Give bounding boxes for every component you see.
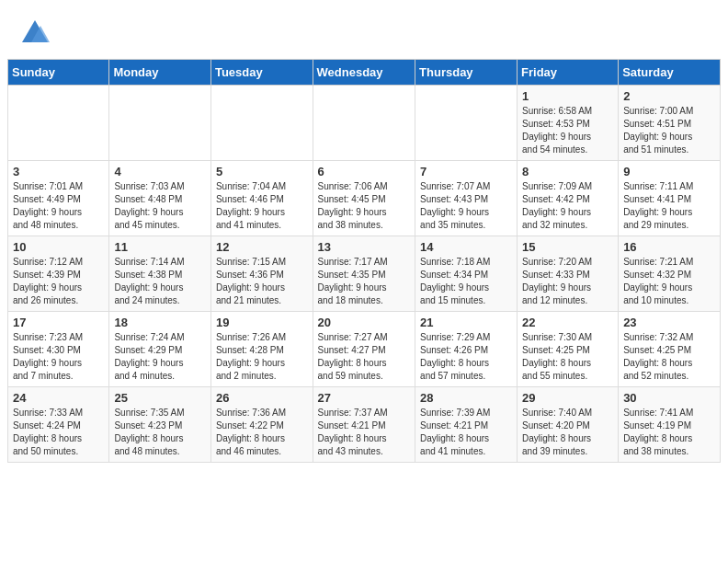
calendar-wrapper: SundayMondayTuesdayWednesdayThursdayFrid…	[0, 59, 728, 470]
calendar-cell: 28Sunrise: 7:39 AM Sunset: 4:21 PM Dayli…	[415, 387, 518, 463]
day-info: Sunrise: 7:15 AM Sunset: 4:36 PM Dayligh…	[216, 256, 308, 307]
calendar-body: 1Sunrise: 6:58 AM Sunset: 4:53 PM Daylig…	[8, 86, 721, 463]
day-number: 28	[420, 391, 512, 405]
calendar-cell: 27Sunrise: 7:37 AM Sunset: 4:21 PM Dayli…	[313, 387, 415, 463]
calendar-cell: 14Sunrise: 7:18 AM Sunset: 4:34 PM Dayli…	[415, 236, 518, 312]
day-number: 19	[216, 316, 308, 329]
week-row-3: 10Sunrise: 7:12 AM Sunset: 4:39 PM Dayli…	[8, 236, 721, 312]
week-row-1: 1Sunrise: 6:58 AM Sunset: 4:53 PM Daylig…	[8, 86, 721, 161]
day-info: Sunrise: 7:09 AM Sunset: 4:42 PM Dayligh…	[522, 180, 613, 232]
calendar-cell: 18Sunrise: 7:24 AM Sunset: 4:29 PM Dayli…	[109, 312, 211, 387]
day-number: 8	[522, 165, 613, 178]
day-info: Sunrise: 7:35 AM Sunset: 4:23 PM Dayligh…	[114, 407, 206, 458]
calendar-cell: 20Sunrise: 7:27 AM Sunset: 4:27 PM Dayli…	[313, 312, 415, 387]
calendar-cell	[210, 86, 313, 161]
week-row-4: 17Sunrise: 7:23 AM Sunset: 4:30 PM Dayli…	[8, 312, 721, 387]
calendar-cell: 19Sunrise: 7:26 AM Sunset: 4:28 PM Dayli…	[210, 312, 313, 387]
calendar-cell: 9Sunrise: 7:11 AM Sunset: 4:41 PM Daylig…	[619, 161, 721, 236]
calendar-cell: 3Sunrise: 7:01 AM Sunset: 4:49 PM Daylig…	[8, 161, 109, 236]
calendar-cell: 11Sunrise: 7:14 AM Sunset: 4:38 PM Dayli…	[109, 236, 211, 312]
day-info: Sunrise: 7:30 AM Sunset: 4:25 PM Dayligh…	[522, 331, 613, 383]
day-number: 21	[420, 316, 512, 329]
day-number: 30	[623, 391, 715, 405]
calendar-table: SundayMondayTuesdayWednesdayThursdayFrid…	[7, 59, 721, 463]
day-info: Sunrise: 7:37 AM Sunset: 4:21 PM Dayligh…	[318, 407, 411, 458]
day-info: Sunrise: 7:14 AM Sunset: 4:38 PM Dayligh…	[114, 256, 206, 307]
calendar-cell	[109, 86, 211, 161]
column-header-friday: Friday	[518, 60, 619, 86]
calendar-cell: 24Sunrise: 7:33 AM Sunset: 4:24 PM Dayli…	[8, 387, 109, 463]
calendar-cell	[8, 86, 109, 161]
calendar-cell: 22Sunrise: 7:30 AM Sunset: 4:25 PM Dayli…	[518, 312, 619, 387]
day-info: Sunrise: 7:23 AM Sunset: 4:30 PM Dayligh…	[13, 331, 104, 383]
day-info: Sunrise: 6:58 AM Sunset: 4:53 PM Dayligh…	[522, 105, 613, 156]
day-number: 10	[13, 240, 104, 254]
calendar-cell: 13Sunrise: 7:17 AM Sunset: 4:35 PM Dayli…	[313, 236, 415, 312]
day-number: 12	[216, 240, 308, 254]
day-number: 2	[623, 89, 715, 103]
day-info: Sunrise: 7:27 AM Sunset: 4:27 PM Dayligh…	[318, 331, 411, 383]
day-info: Sunrise: 7:20 AM Sunset: 4:33 PM Dayligh…	[522, 256, 613, 307]
column-header-sunday: Sunday	[8, 60, 109, 86]
calendar-cell	[415, 86, 518, 161]
calendar-cell: 25Sunrise: 7:35 AM Sunset: 4:23 PM Dayli…	[109, 387, 211, 463]
column-header-wednesday: Wednesday	[313, 60, 415, 86]
logo-icon	[18, 17, 51, 50]
day-info: Sunrise: 7:03 AM Sunset: 4:48 PM Dayligh…	[114, 180, 206, 232]
calendar-cell	[313, 86, 415, 161]
calendar-cell: 8Sunrise: 7:09 AM Sunset: 4:42 PM Daylig…	[518, 161, 619, 236]
week-row-2: 3Sunrise: 7:01 AM Sunset: 4:49 PM Daylig…	[8, 161, 721, 236]
logo	[18, 17, 55, 50]
day-number: 25	[114, 391, 206, 405]
calendar-cell: 23Sunrise: 7:32 AM Sunset: 4:25 PM Dayli…	[619, 312, 721, 387]
calendar-cell: 7Sunrise: 7:07 AM Sunset: 4:43 PM Daylig…	[415, 161, 518, 236]
day-info: Sunrise: 7:04 AM Sunset: 4:46 PM Dayligh…	[216, 180, 308, 232]
week-row-5: 24Sunrise: 7:33 AM Sunset: 4:24 PM Dayli…	[8, 387, 721, 463]
day-info: Sunrise: 7:17 AM Sunset: 4:35 PM Dayligh…	[318, 256, 411, 307]
column-header-saturday: Saturday	[619, 60, 721, 86]
day-info: Sunrise: 7:36 AM Sunset: 4:22 PM Dayligh…	[216, 407, 308, 458]
calendar-cell: 15Sunrise: 7:20 AM Sunset: 4:33 PM Dayli…	[518, 236, 619, 312]
day-number: 24	[13, 391, 104, 405]
day-number: 1	[522, 89, 613, 103]
day-info: Sunrise: 7:11 AM Sunset: 4:41 PM Dayligh…	[623, 180, 715, 232]
column-header-thursday: Thursday	[415, 60, 518, 86]
calendar-cell: 30Sunrise: 7:41 AM Sunset: 4:19 PM Dayli…	[619, 387, 721, 463]
day-number: 20	[318, 316, 411, 329]
calendar-cell: 21Sunrise: 7:29 AM Sunset: 4:26 PM Dayli…	[415, 312, 518, 387]
calendar-cell: 1Sunrise: 6:58 AM Sunset: 4:53 PM Daylig…	[518, 86, 619, 161]
day-number: 3	[13, 165, 104, 178]
day-info: Sunrise: 7:12 AM Sunset: 4:39 PM Dayligh…	[13, 256, 104, 307]
day-info: Sunrise: 7:21 AM Sunset: 4:32 PM Dayligh…	[623, 256, 715, 307]
day-number: 15	[522, 240, 613, 254]
calendar-cell: 10Sunrise: 7:12 AM Sunset: 4:39 PM Dayli…	[8, 236, 109, 312]
day-number: 29	[522, 391, 613, 405]
day-number: 23	[623, 316, 715, 329]
day-info: Sunrise: 7:29 AM Sunset: 4:26 PM Dayligh…	[420, 331, 512, 383]
day-info: Sunrise: 7:26 AM Sunset: 4:28 PM Dayligh…	[216, 331, 308, 383]
page-header	[0, 0, 728, 59]
calendar-cell: 26Sunrise: 7:36 AM Sunset: 4:22 PM Dayli…	[210, 387, 313, 463]
day-info: Sunrise: 7:33 AM Sunset: 4:24 PM Dayligh…	[13, 407, 104, 458]
calendar-cell: 6Sunrise: 7:06 AM Sunset: 4:45 PM Daylig…	[313, 161, 415, 236]
calendar-cell: 2Sunrise: 7:00 AM Sunset: 4:51 PM Daylig…	[619, 86, 721, 161]
day-number: 22	[522, 316, 613, 329]
day-number: 14	[420, 240, 512, 254]
day-number: 26	[216, 391, 308, 405]
day-number: 6	[318, 165, 411, 178]
day-info: Sunrise: 7:18 AM Sunset: 4:34 PM Dayligh…	[420, 256, 512, 307]
day-number: 18	[114, 316, 206, 329]
calendar-cell: 17Sunrise: 7:23 AM Sunset: 4:30 PM Dayli…	[8, 312, 109, 387]
column-header-tuesday: Tuesday	[210, 60, 313, 86]
day-info: Sunrise: 7:01 AM Sunset: 4:49 PM Dayligh…	[13, 180, 104, 232]
calendar-cell: 16Sunrise: 7:21 AM Sunset: 4:32 PM Dayli…	[619, 236, 721, 312]
day-info: Sunrise: 7:06 AM Sunset: 4:45 PM Dayligh…	[318, 180, 411, 232]
day-info: Sunrise: 7:39 AM Sunset: 4:21 PM Dayligh…	[420, 407, 512, 458]
day-number: 11	[114, 240, 206, 254]
day-number: 5	[216, 165, 308, 178]
day-number: 17	[13, 316, 104, 329]
column-header-monday: Monday	[109, 60, 211, 86]
day-number: 9	[623, 165, 715, 178]
calendar-cell: 4Sunrise: 7:03 AM Sunset: 4:48 PM Daylig…	[109, 161, 211, 236]
calendar-header: SundayMondayTuesdayWednesdayThursdayFrid…	[8, 60, 721, 86]
